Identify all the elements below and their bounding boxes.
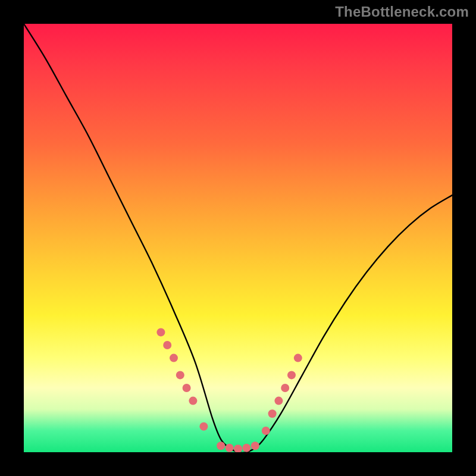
chart-frame: TheBottleneck.com — [0, 0, 476, 476]
curve-svg — [24, 24, 452, 452]
marker-dot — [268, 409, 277, 418]
marker-dot — [226, 444, 234, 452]
marker-dot — [274, 397, 283, 405]
marker-dot — [287, 371, 296, 379]
marker-dot — [294, 354, 302, 362]
marker-dot — [234, 444, 242, 452]
marker-dot — [163, 341, 171, 349]
marker-dot — [217, 441, 225, 450]
marker-dot — [176, 371, 184, 379]
marker-dot — [199, 422, 208, 431]
marker-dot — [281, 384, 289, 392]
bottleneck-curve — [24, 24, 452, 452]
watermark-text: TheBottleneck.com — [335, 4, 469, 20]
marker-dot — [156, 328, 165, 336]
marker-dot — [183, 384, 191, 392]
marker-dot — [242, 444, 250, 452]
plot-area — [24, 24, 452, 452]
marker-dot — [170, 354, 178, 362]
highlight-dots — [156, 328, 302, 452]
marker-dot — [251, 441, 259, 450]
marker-dot — [189, 397, 197, 405]
marker-dot — [262, 427, 270, 435]
